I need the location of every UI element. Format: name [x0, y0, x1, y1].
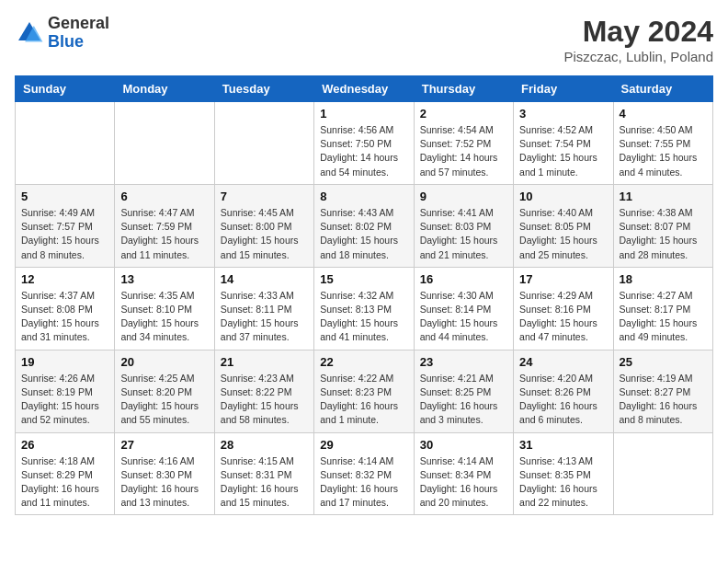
- day-cell: 13Sunrise: 4:35 AMSunset: 8:10 PMDayligh…: [115, 267, 214, 350]
- day-cell: 22Sunrise: 4:22 AMSunset: 8:23 PMDayligh…: [314, 350, 414, 432]
- day-cell: 10Sunrise: 4:40 AMSunset: 8:05 PMDayligh…: [514, 184, 613, 267]
- day-number: 21: [221, 355, 308, 369]
- day-cell: [613, 432, 712, 515]
- day-number: 19: [21, 355, 108, 369]
- day-cell: 14Sunrise: 4:33 AMSunset: 8:11 PMDayligh…: [214, 267, 313, 350]
- day-info: Sunrise: 4:50 AMSunset: 7:55 PMDaylight:…: [620, 123, 707, 179]
- logo: General Blue: [15, 15, 109, 52]
- day-cell: 31Sunrise: 4:13 AMSunset: 8:35 PMDayligh…: [514, 432, 613, 515]
- day-info: Sunrise: 4:37 AMSunset: 8:08 PMDaylight:…: [21, 289, 108, 345]
- day-number: 11: [620, 190, 707, 203]
- day-info: Sunrise: 4:40 AMSunset: 8:05 PMDaylight:…: [519, 206, 607, 262]
- day-info: Sunrise: 4:22 AMSunset: 8:23 PMDaylight:…: [320, 372, 407, 428]
- day-number: 7: [221, 190, 308, 203]
- day-number: 16: [420, 272, 507, 286]
- day-cell: 20Sunrise: 4:25 AMSunset: 8:20 PMDayligh…: [115, 350, 214, 432]
- day-cell: 4Sunrise: 4:50 AMSunset: 7:55 PMDaylight…: [613, 102, 712, 185]
- day-number: 30: [420, 438, 507, 452]
- day-cell: 23Sunrise: 4:21 AMSunset: 8:25 PMDayligh…: [414, 350, 513, 432]
- day-number: 1: [320, 107, 407, 121]
- day-cell: 16Sunrise: 4:30 AMSunset: 8:14 PMDayligh…: [414, 267, 513, 350]
- day-info: Sunrise: 4:30 AMSunset: 8:14 PMDaylight:…: [420, 289, 507, 345]
- day-cell: 1Sunrise: 4:56 AMSunset: 7:50 PMDaylight…: [314, 102, 414, 185]
- day-cell: [115, 102, 214, 185]
- day-info: Sunrise: 4:26 AMSunset: 8:19 PMDaylight:…: [21, 372, 108, 428]
- day-cell: 15Sunrise: 4:32 AMSunset: 8:13 PMDayligh…: [314, 267, 414, 350]
- page-header: General Blue May 2024 Piszczac, Lublin, …: [15, 15, 713, 64]
- day-info: Sunrise: 4:18 AMSunset: 8:29 PMDaylight:…: [21, 454, 108, 511]
- day-info: Sunrise: 4:54 AMSunset: 7:52 PMDaylight:…: [420, 123, 507, 179]
- day-cell: 29Sunrise: 4:14 AMSunset: 8:32 PMDayligh…: [314, 432, 414, 515]
- day-number: 9: [420, 190, 507, 203]
- day-number: 8: [320, 190, 407, 203]
- week-row-4: 19Sunrise: 4:26 AMSunset: 8:19 PMDayligh…: [16, 350, 713, 432]
- weekday-header-tuesday: Tuesday: [214, 76, 313, 102]
- day-number: 26: [21, 438, 108, 452]
- day-cell: 24Sunrise: 4:20 AMSunset: 8:26 PMDayligh…: [514, 350, 613, 432]
- day-cell: 18Sunrise: 4:27 AMSunset: 8:17 PMDayligh…: [613, 267, 712, 350]
- logo-icon: [15, 18, 44, 48]
- day-cell: 17Sunrise: 4:29 AMSunset: 8:16 PMDayligh…: [514, 267, 613, 350]
- day-number: 6: [120, 190, 208, 203]
- day-info: Sunrise: 4:49 AMSunset: 7:57 PMDaylight:…: [21, 206, 108, 262]
- day-number: 10: [519, 190, 607, 203]
- day-number: 14: [221, 272, 308, 286]
- day-info: Sunrise: 4:38 AMSunset: 8:07 PMDaylight:…: [620, 206, 707, 262]
- day-number: 13: [120, 272, 208, 286]
- day-cell: 28Sunrise: 4:15 AMSunset: 8:31 PMDayligh…: [214, 432, 313, 515]
- day-info: Sunrise: 4:14 AMSunset: 8:34 PMDaylight:…: [420, 454, 507, 511]
- day-info: Sunrise: 4:29 AMSunset: 8:16 PMDaylight:…: [519, 289, 607, 345]
- logo-general: General: [48, 14, 109, 32]
- day-info: Sunrise: 4:56 AMSunset: 7:50 PMDaylight:…: [320, 123, 407, 179]
- day-info: Sunrise: 4:13 AMSunset: 8:35 PMDaylight:…: [519, 454, 607, 511]
- day-number: 25: [620, 355, 707, 369]
- day-number: 31: [519, 438, 607, 452]
- day-number: 27: [120, 438, 208, 452]
- day-number: 23: [420, 355, 507, 369]
- day-cell: 7Sunrise: 4:45 AMSunset: 8:00 PMDaylight…: [214, 184, 313, 267]
- day-info: Sunrise: 4:35 AMSunset: 8:10 PMDaylight:…: [120, 289, 208, 345]
- day-cell: [16, 102, 115, 185]
- day-number: 5: [21, 190, 108, 203]
- week-row-3: 12Sunrise: 4:37 AMSunset: 8:08 PMDayligh…: [16, 267, 713, 350]
- week-row-5: 26Sunrise: 4:18 AMSunset: 8:29 PMDayligh…: [16, 432, 713, 515]
- day-info: Sunrise: 4:52 AMSunset: 7:54 PMDaylight:…: [519, 123, 607, 179]
- day-number: 4: [620, 107, 707, 121]
- day-info: Sunrise: 4:15 AMSunset: 8:31 PMDaylight:…: [221, 454, 308, 511]
- day-number: 24: [519, 355, 607, 369]
- day-number: 28: [221, 438, 308, 452]
- weekday-header-wednesday: Wednesday: [314, 76, 414, 102]
- logo-blue: Blue: [48, 32, 84, 51]
- week-row-2: 5Sunrise: 4:49 AMSunset: 7:57 PMDaylight…: [16, 184, 713, 267]
- day-number: 20: [120, 355, 208, 369]
- day-number: 22: [320, 355, 407, 369]
- week-row-1: 1Sunrise: 4:56 AMSunset: 7:50 PMDaylight…: [16, 102, 713, 185]
- weekday-header-thursday: Thursday: [414, 76, 513, 102]
- day-info: Sunrise: 4:19 AMSunset: 8:27 PMDaylight:…: [620, 372, 707, 428]
- weekday-header-friday: Friday: [514, 76, 613, 102]
- day-number: 2: [420, 107, 507, 121]
- day-cell: 5Sunrise: 4:49 AMSunset: 7:57 PMDaylight…: [16, 184, 115, 267]
- day-info: Sunrise: 4:25 AMSunset: 8:20 PMDaylight:…: [120, 372, 208, 428]
- day-info: Sunrise: 4:23 AMSunset: 8:22 PMDaylight:…: [221, 372, 308, 428]
- weekday-header-row: SundayMondayTuesdayWednesdayThursdayFrid…: [16, 76, 713, 102]
- day-info: Sunrise: 4:16 AMSunset: 8:30 PMDaylight:…: [120, 454, 208, 511]
- day-number: 18: [620, 272, 707, 286]
- day-cell: 25Sunrise: 4:19 AMSunset: 8:27 PMDayligh…: [613, 350, 712, 432]
- day-info: Sunrise: 4:47 AMSunset: 7:59 PMDaylight:…: [120, 206, 208, 262]
- weekday-header-saturday: Saturday: [613, 76, 712, 102]
- day-info: Sunrise: 4:21 AMSunset: 8:25 PMDaylight:…: [420, 372, 507, 428]
- day-info: Sunrise: 4:32 AMSunset: 8:13 PMDaylight:…: [320, 289, 407, 345]
- day-cell: 27Sunrise: 4:16 AMSunset: 8:30 PMDayligh…: [115, 432, 214, 515]
- day-cell: 19Sunrise: 4:26 AMSunset: 8:19 PMDayligh…: [16, 350, 115, 432]
- location: Piszczac, Lublin, Poland: [563, 49, 713, 64]
- month-year: May 2024: [563, 15, 713, 49]
- day-info: Sunrise: 4:41 AMSunset: 8:03 PMDaylight:…: [420, 206, 507, 262]
- day-number: 17: [519, 272, 607, 286]
- title-block: May 2024 Piszczac, Lublin, Poland: [563, 15, 713, 64]
- day-cell: 3Sunrise: 4:52 AMSunset: 7:54 PMDaylight…: [514, 102, 613, 185]
- day-number: 29: [320, 438, 407, 452]
- day-cell: 9Sunrise: 4:41 AMSunset: 8:03 PMDaylight…: [414, 184, 513, 267]
- day-cell: 6Sunrise: 4:47 AMSunset: 7:59 PMDaylight…: [115, 184, 214, 267]
- day-cell: 11Sunrise: 4:38 AMSunset: 8:07 PMDayligh…: [613, 184, 712, 267]
